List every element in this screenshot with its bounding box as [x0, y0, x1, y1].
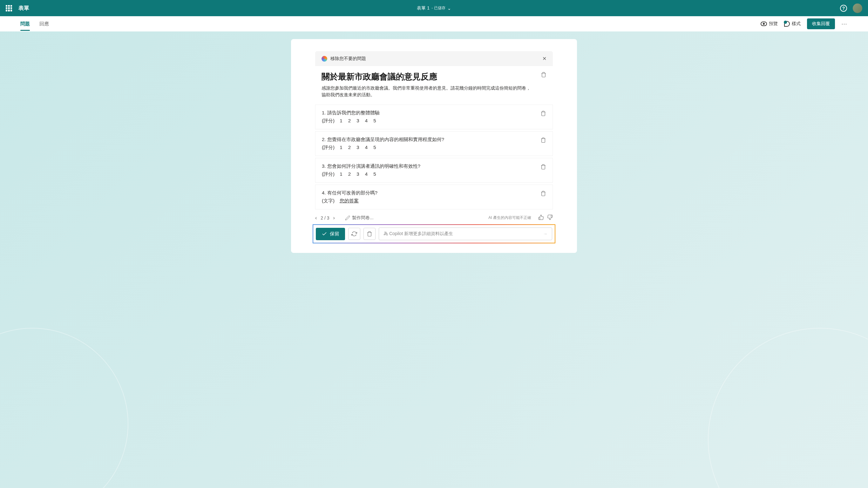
copilot-input[interactable]: 為 Copilot 新增更多詳細資料以產生 → [379, 227, 552, 240]
delete-icon[interactable] [541, 72, 547, 79]
chevron-down-icon: ⌄ [447, 6, 451, 11]
question-meta: (評分) 1 2 3 4 5 [322, 171, 546, 177]
eye-icon [761, 22, 767, 26]
question-card[interactable]: 4. 有任何可改善的部分嗎? (文字) 您的答案 [315, 185, 553, 209]
page-indicator: 2 / 3 [320, 215, 329, 220]
action-bar: 保留 為 Copilot 新增更多詳細資料以產生 → [313, 224, 555, 243]
more-icon[interactable]: ⋯ [841, 20, 848, 27]
app-launcher-icon[interactable] [6, 5, 12, 11]
question-card[interactable]: 2. 您覺得在市政廳會議呈現的內容的相關和實用程度如何? (評分) 1 2 3 … [315, 131, 553, 156]
form-name: 表單 1 [417, 5, 430, 11]
suggestion-header: 移除您不要的問題 ✕ [315, 51, 553, 66]
refresh-icon [351, 231, 357, 237]
preview-button[interactable]: 預覽 [761, 21, 778, 27]
discard-button[interactable] [364, 228, 376, 240]
send-icon[interactable]: → [543, 231, 548, 236]
pencil-icon [345, 215, 350, 220]
prev-page-icon[interactable]: ‹ [315, 215, 317, 221]
tab-responses[interactable]: 回應 [39, 17, 49, 31]
delete-icon[interactable] [540, 191, 546, 197]
collect-responses-button[interactable]: 收集回覆 [807, 19, 835, 29]
avatar[interactable] [853, 3, 862, 13]
keep-button[interactable]: 保留 [316, 228, 345, 240]
copilot-icon [321, 56, 327, 62]
question-text: 4. 有任何可改善的部分嗎? [322, 190, 546, 196]
form-title-dropdown[interactable]: 表單 1 - 已儲存 ⌄ [417, 5, 451, 11]
suggestion-header-text: 移除您不要的問題 [331, 56, 366, 62]
delete-icon[interactable] [540, 137, 546, 144]
toolbar: 問題 回應 預覽 樣式 收集回覆 ⋯ [0, 16, 868, 31]
form-title: 關於最新市政廳會議的意見反應 [321, 71, 547, 82]
app-name: 表單 [19, 4, 29, 12]
check-icon [321, 231, 327, 237]
palette-icon [784, 21, 790, 27]
app-header: 表單 表單 1 - 已儲存 ⌄ ? [0, 0, 868, 16]
saved-status: - 已儲存 [431, 5, 445, 11]
delete-icon[interactable] [540, 111, 546, 118]
question-meta: (評分) 1 2 3 4 5 [322, 118, 546, 124]
style-button[interactable]: 樣式 [784, 21, 801, 27]
thumbs-down-icon[interactable] [547, 214, 553, 221]
delete-icon[interactable] [540, 164, 546, 171]
question-meta: (文字) 您的答案 [322, 198, 546, 204]
trash-icon [367, 231, 372, 237]
pagination-row: ‹ 2 / 3 › 製作問卷... AI 產生的內容可能不正確 [315, 214, 553, 221]
question-text: 3. 您會如何評分演講者通訊的明確性和有效性? [322, 163, 546, 169]
form-description: 感謝您參加我們最近的市政廳會議。我們非常重視使用者的意見。請花幾分鐘的時間完成這… [321, 85, 547, 98]
question-card[interactable]: 3. 您會如何評分演講者通訊的明確性和有效性? (評分) 1 2 3 4 5 [315, 158, 553, 183]
question-meta: (評分) 1 2 3 4 5 [322, 145, 546, 151]
form-container: 移除您不要的問題 ✕ 關於最新市政廳會議的意見反應 感謝您參加我們最近的市政廳會… [291, 39, 577, 253]
next-page-icon[interactable]: › [333, 215, 335, 221]
thumbs-up-icon[interactable] [538, 214, 544, 221]
help-icon[interactable]: ? [840, 5, 847, 12]
close-icon[interactable]: ✕ [542, 56, 547, 62]
tab-questions[interactable]: 問題 [20, 17, 30, 31]
ai-disclaimer: AI 產生的內容可能不正確 [488, 215, 531, 220]
form-title-card[interactable]: 關於最新市政廳會議的意見反應 感謝您參加我們最近的市政廳會議。我們非常重視使用者… [315, 66, 553, 104]
copilot-placeholder: 為 Copilot 新增更多詳細資料以產生 [383, 231, 453, 237]
question-card[interactable]: 1. 請告訴我們您的整體體驗 (評分) 1 2 3 4 5 [315, 104, 553, 129]
question-text: 2. 您覺得在市政廳會議呈現的內容的相關和實用程度如何? [322, 136, 546, 143]
question-text: 1. 請告訴我們您的整體體驗 [322, 110, 546, 116]
regenerate-button[interactable] [348, 228, 360, 240]
draft-button[interactable]: 製作問卷... [345, 215, 374, 221]
